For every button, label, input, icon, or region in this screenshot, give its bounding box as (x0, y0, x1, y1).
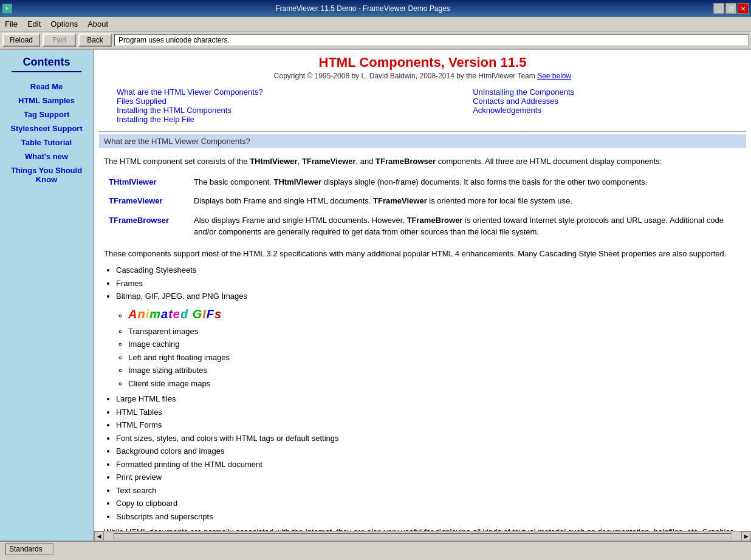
nav-link-what-are[interactable]: What are the HTML Viewer Components? (117, 87, 263, 97)
minimize-button[interactable]: _ (713, 3, 724, 14)
close-button[interactable]: ✕ (738, 3, 749, 14)
sidebar-item-readme[interactable]: Read Me (30, 82, 63, 91)
feature-floating: Left and right floating images (128, 352, 741, 364)
nav-link-files[interactable]: Files Supplied (117, 97, 166, 106)
component-name-3: TFrameBrowser (104, 211, 189, 242)
toolbar: Reload Fwd Back Program uses unicode cha… (0, 32, 751, 50)
feature-caching: Image caching (128, 338, 741, 350)
sidebar-item-tag-support[interactable]: Tag Support (24, 110, 70, 119)
menu-edit[interactable]: Edit (22, 18, 46, 30)
menu-file[interactable]: File (0, 18, 22, 30)
feature-sizing: Image sizing attributes (128, 364, 741, 377)
copyright-text: Copyright © 1995-2008 by L. David Baldwi… (274, 72, 535, 80)
feature-scripts: Subscripts and superscripts (116, 511, 741, 523)
image-sublist: Animated GIFs Transparent images Image c… (128, 305, 741, 390)
feature-images: Bitmap, GIF, JPEG, and PNG Images Animat… (116, 290, 741, 389)
nav-link-acknowledgements[interactable]: Acknowledgements (473, 106, 541, 115)
content-area: HTML Components, Version 11.5 Copyright … (94, 50, 751, 541)
feature-forms: HTML Forms (116, 419, 741, 431)
hscroll-right-btn[interactable]: ▸ (741, 531, 751, 541)
component-row-3: TFrameBrowser Also displays Frame and si… (104, 211, 741, 242)
section-header: What are the HTML Viewer Components? (99, 134, 746, 148)
reload-button[interactable]: Reload (2, 33, 40, 47)
sidebar-item-stylesheet[interactable]: Stylesheet Support (10, 124, 82, 133)
feature-background: Background colors and images (116, 445, 741, 457)
component-desc-3: Also displays Frame and single HTML docu… (189, 211, 741, 242)
feature-animated-gifs: Animated GIFs (128, 305, 741, 323)
fwd-button[interactable]: Fwd (43, 33, 76, 47)
footer-text: While HTML documents are normally associ… (104, 526, 741, 531)
window-controls: _ □ ✕ (713, 3, 751, 14)
statusbar: Standards (0, 541, 751, 556)
hscroll-bar: ◂ ▸ (94, 531, 751, 541)
component-desc-2: Displays both Frame and single HTML docu… (189, 191, 741, 211)
sidebar: Contents Read Me HTML Samples Tag Suppor… (0, 50, 94, 541)
component-name-1: THtmlViewer (104, 172, 189, 192)
window-title: FrameViewer 11.5 Demo - FrameViewer Demo… (12, 4, 713, 13)
app-icon: F (0, 4, 12, 13)
feature-frames: Frames (116, 278, 741, 290)
component-row-2: TFrameViewer Displays both Frame and sin… (104, 191, 741, 211)
sidebar-underline (12, 71, 81, 72)
components-table: THtmlViewer The basic component. THtmlVi… (104, 172, 741, 242)
support-intro: These components support most of the HTM… (104, 248, 741, 260)
sidebar-title: Contents (23, 56, 70, 69)
component-row-1: THtmlViewer The basic component. THtmlVi… (104, 172, 741, 192)
nav-link-installing-html[interactable]: Installing the HTML Components (117, 106, 231, 115)
nav-link-contacts[interactable]: Contacts and Addresses (473, 97, 558, 106)
back-button[interactable]: Back (78, 33, 112, 47)
titlebar: F FrameViewer 11.5 Demo - FrameViewer De… (0, 0, 751, 17)
see-below-link[interactable]: See below (537, 72, 571, 80)
sidebar-item-table-tutorial[interactable]: Table Tutorial (21, 138, 72, 147)
content-scroll[interactable]: HTML Components, Version 11.5 Copyright … (94, 50, 751, 531)
feature-search: Text search (116, 485, 741, 497)
component-name-2: TFrameViewer (104, 191, 189, 211)
status-panel: Standards (5, 544, 53, 555)
feature-tables: HTML Tables (116, 406, 741, 418)
hscroll-left-btn[interactable]: ◂ (94, 531, 104, 541)
sidebar-item-whats-new[interactable]: What's new (25, 152, 68, 161)
feature-fonts: Font sizes, styles, and colors with HTML… (116, 432, 741, 445)
feature-list: Cascading Stylesheets Frames Bitmap, GIF… (116, 264, 741, 522)
menu-options[interactable]: Options (46, 18, 83, 30)
copyright: Copyright © 1995-2008 by L. David Baldwi… (94, 72, 751, 80)
component-desc-1: The basic component. THtmlViewer display… (189, 172, 741, 192)
menubar: File Edit Options About (0, 17, 751, 32)
page-title: HTML Components, Version 11.5 (94, 55, 751, 70)
nav-link-uninstalling[interactable]: UnInstalling the Components (473, 87, 574, 97)
sidebar-item-things-to-know[interactable]: Things You ShouldKnow (11, 166, 82, 184)
nav-link-installing-help[interactable]: Installing the Help File (117, 115, 194, 124)
hscroll-track[interactable] (114, 533, 732, 539)
intro-text: The HTML component set consists of the T… (104, 155, 741, 168)
main-layout: Contents Read Me HTML Samples Tag Suppor… (0, 50, 751, 541)
feature-large-html: Large HTML files (116, 393, 741, 405)
feature-clipboard: Copy to clipboard (116, 497, 741, 510)
nav-table: What are the HTML Viewer Components? Fil… (111, 85, 735, 126)
feature-preview: Print preview (116, 471, 741, 483)
feature-transparent: Transparent images (128, 326, 741, 338)
animated-gifs-label: Animated GIFs (128, 305, 741, 323)
restore-button[interactable]: □ (725, 3, 736, 14)
feature-printing: Formatted printing of the HTML document (116, 459, 741, 471)
program-notice: Program uses unicode characters. (114, 34, 749, 46)
divider (99, 131, 746, 132)
feature-cascading: Cascading Stylesheets (116, 264, 741, 276)
sidebar-item-html-samples[interactable]: HTML Samples (18, 96, 75, 105)
feature-imagemaps: Client side image maps (128, 378, 741, 390)
menu-about[interactable]: About (83, 18, 113, 30)
content-body: The HTML component set consists of the T… (94, 151, 751, 531)
